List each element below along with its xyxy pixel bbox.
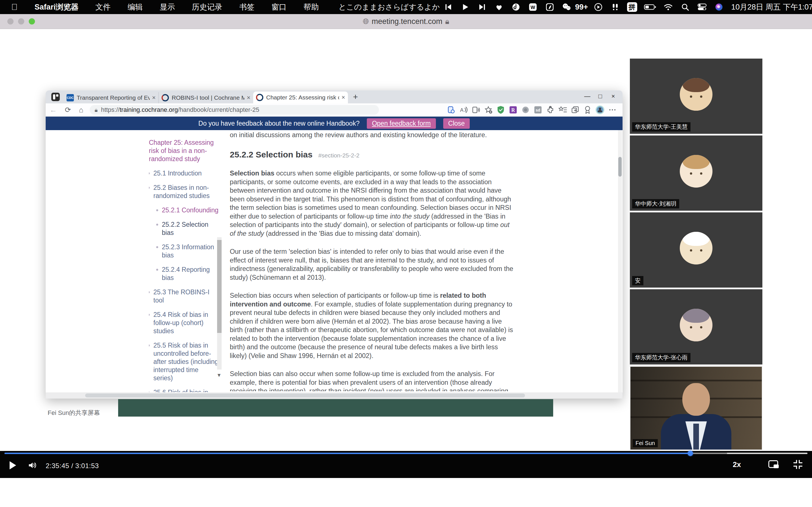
participant-tile-3[interactable]: 安 xyxy=(630,212,762,288)
participant-name: 安 xyxy=(632,276,644,285)
play-circle-icon[interactable] xyxy=(593,2,603,12)
read-aloud-icon[interactable]: A xyxy=(458,105,469,115)
maximize-button[interactable]: □ xyxy=(594,92,607,101)
exit-fullscreen-icon[interactable] xyxy=(792,459,804,469)
spotlight-icon[interactable] xyxy=(680,2,690,12)
apple-icon[interactable]:  xyxy=(11,2,18,12)
browser-tab-strip: CDCTransparent Reporting of Evalua×ROBIN… xyxy=(46,91,622,103)
close-banner-button[interactable]: Close xyxy=(443,118,470,129)
battery-icon[interactable] xyxy=(644,2,656,12)
site-lock-icon[interactable]: 🔒︎ xyxy=(95,107,98,113)
menubar-menu-5[interactable]: 历史记录 xyxy=(192,2,222,12)
sidebar-item-8[interactable]: 25.3 The ROBINS-I tool xyxy=(153,288,219,304)
tab-close-icon[interactable]: × xyxy=(342,94,345,101)
menubar-menu-2[interactable]: 文件 xyxy=(96,2,111,12)
menubar-menu-6[interactable]: 书签 xyxy=(239,2,255,12)
pinyin-icon[interactable]: 拼 xyxy=(627,2,637,12)
wechat-badge-icon[interactable]: 99+ xyxy=(575,2,588,12)
participant-tile-2[interactable]: 华中师大-刘湘玥 xyxy=(630,135,762,211)
gray-extension-icon[interactable] xyxy=(520,105,531,115)
home-icon[interactable]: ⌂ xyxy=(79,106,84,114)
fast-forward-icon[interactable] xyxy=(477,2,487,12)
article-paragraphs: Selection bias occurs when some eligible… xyxy=(230,169,516,391)
minimize-button[interactable]: — xyxy=(581,92,594,101)
tencent-docs-icon[interactable]: W xyxy=(528,2,538,12)
adguard-shield-icon[interactable] xyxy=(495,105,506,115)
open-feedback-form-button[interactable]: Open feedback form xyxy=(367,118,436,129)
sd-extension-icon[interactable]: sd xyxy=(532,105,544,115)
thunderbird-icon[interactable] xyxy=(545,2,555,12)
favorites-list-icon[interactable] xyxy=(557,105,568,115)
close-button[interactable]: × xyxy=(607,92,620,101)
rewind-icon[interactable] xyxy=(443,2,453,12)
menubar-menu-3[interactable]: 编辑 xyxy=(128,2,143,12)
sidenav-scroll-down-icon[interactable]: ▼ xyxy=(216,372,221,378)
wechat-icon[interactable] xyxy=(562,2,572,12)
page-vertical-scrollbar[interactable] xyxy=(618,130,622,392)
rewards-icon[interactable] xyxy=(582,105,593,115)
cochrane-favicon xyxy=(161,94,169,101)
playback-speed-button[interactable]: 2x xyxy=(733,460,741,469)
sidebar-item-6[interactable]: 25.2.3 Information bias xyxy=(162,243,219,260)
participant-tile-4[interactable]: 华东师范大学-张心雨 xyxy=(630,289,762,364)
section-anchor[interactable]: #section-25-2-2 xyxy=(318,152,359,159)
tabs: CDCTransparent Reporting of Evalua×ROBIN… xyxy=(64,92,348,103)
netease-music-icon[interactable] xyxy=(511,2,521,12)
sidebar-item-3[interactable]: 25.2 Biases in non-randomized studies xyxy=(153,184,219,200)
browser-tab-2[interactable]: ROBINS-I tool | Cochrane Meth× xyxy=(158,92,253,103)
heart-icon[interactable] xyxy=(494,2,504,12)
progress-bar[interactable] xyxy=(4,453,808,454)
sidebar-item-1[interactable]: Chapter 25: Assessing risk of bias in a … xyxy=(149,138,219,163)
volume-icon[interactable] xyxy=(28,461,38,471)
zoom-window-button[interactable] xyxy=(29,18,35,24)
shared-browser-window: CDCTransparent Reporting of Evalua×ROBIN… xyxy=(46,91,622,399)
feedback-banner: Do you have feedback about the new onlin… xyxy=(46,117,622,130)
menubar-menu-8[interactable]: 帮助 xyxy=(304,2,319,12)
play-icon[interactable] xyxy=(460,2,470,12)
progress-handle[interactable] xyxy=(688,451,693,456)
sidebar-item-9[interactable]: 25.4 Risk of bias in follow-up (cohort) … xyxy=(153,311,219,335)
immersive-reader-icon[interactable] xyxy=(470,105,481,115)
back-icon[interactable]: ← xyxy=(50,106,57,114)
workspaces-icon[interactable] xyxy=(51,93,60,101)
player-left-controls: 2:35:45 / 3:01:53 xyxy=(8,460,99,471)
sidenav-scrollbar[interactable] xyxy=(217,237,221,370)
address-bar[interactable]: 🔒︎ https://training.cochrane.org/handboo… xyxy=(90,105,379,115)
menubar-menu-4[interactable]: 显示 xyxy=(160,2,175,12)
siri-icon[interactable] xyxy=(714,2,724,12)
more-icon[interactable] xyxy=(607,105,618,115)
page-horizontal-scrollbar[interactable] xyxy=(46,392,622,399)
control-center-icon[interactable] xyxy=(697,2,707,12)
browser-tab-1[interactable]: CDCTransparent Reporting of Evalua× xyxy=(64,92,158,103)
sidebar-item-10[interactable]: 25.5 Risk of bias in uncontrolled before… xyxy=(153,341,219,382)
sidebar-item-4[interactable]: 25.2.1 Confounding xyxy=(162,206,219,214)
add-favorite-icon[interactable] xyxy=(483,105,494,115)
participant-tile-1[interactable]: 华东师范大学-王美慧 xyxy=(630,59,762,134)
sidebar-item-5[interactable]: 25.2.2 Selection bias xyxy=(162,221,219,237)
sidebar-item-7[interactable]: 25.2.4 Reporting bias xyxy=(162,266,219,282)
sidebar-item-2[interactable]: 25.1 Introduction xyxy=(153,169,219,177)
presenter-share-label: Fei Sun的共享屏幕 xyxy=(48,409,100,417)
translate-icon[interactable] xyxy=(446,105,457,115)
new-tab-button[interactable]: + xyxy=(353,92,358,102)
menubar-menu-1[interactable]: Safari浏览器 xyxy=(35,2,79,12)
collections-icon[interactable] xyxy=(569,105,581,115)
airpods-icon[interactable] xyxy=(610,2,620,12)
minimize-window-button[interactable] xyxy=(18,18,24,24)
picture-in-picture-icon[interactable] xyxy=(768,460,780,469)
r-extension-icon[interactable]: R xyxy=(507,105,519,115)
tab-close-icon[interactable]: × xyxy=(247,94,250,101)
tab-close-icon[interactable]: × xyxy=(152,94,156,101)
menubar-datetime[interactable]: 10月28日 周五 下午1:07 xyxy=(731,2,812,12)
profile-icon[interactable] xyxy=(594,105,606,115)
sidebar-item-11[interactable]: 25.6 Risk of bias in controlled before-a… xyxy=(153,388,219,392)
extensions-puzzle-icon[interactable] xyxy=(545,105,556,115)
close-window-button[interactable] xyxy=(7,18,13,24)
participant-list: 华东师范大学-王美慧华中师大-刘湘玥安华东师范大学-张心雨Fei Sun xyxy=(630,59,762,452)
refresh-icon[interactable]: ⟳ xyxy=(65,106,71,114)
participant-tile-5[interactable]: Fei Sun xyxy=(630,366,762,450)
browser-tab-3[interactable]: Chapter 25: Assessing risk of bia× xyxy=(253,92,348,103)
wifi-icon[interactable] xyxy=(663,2,673,12)
play-icon[interactable] xyxy=(8,460,17,471)
menubar-menu-7[interactable]: 窗口 xyxy=(271,2,287,12)
